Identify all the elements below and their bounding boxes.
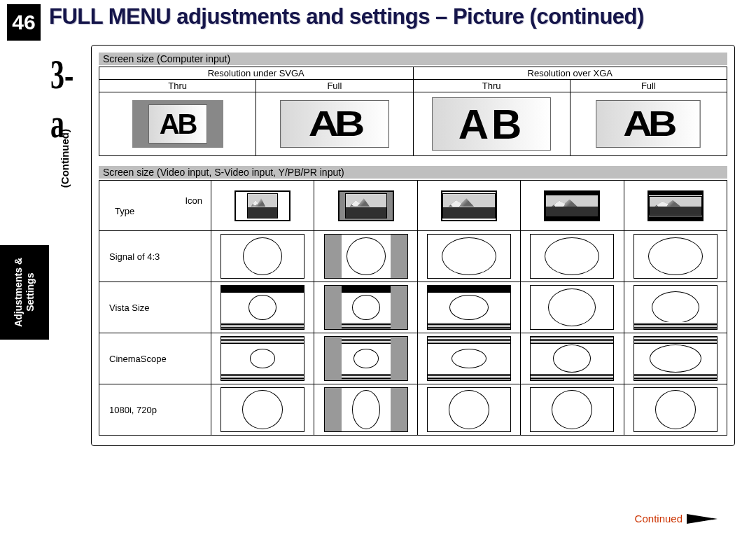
svga-full-cell: AB xyxy=(256,92,413,156)
continued-vertical: (Continued) xyxy=(59,129,71,188)
aspect-icon xyxy=(427,336,511,381)
cell-r1c3 xyxy=(417,231,520,282)
page-number: 46 xyxy=(7,4,41,41)
aspect-icon xyxy=(324,234,408,279)
aspect-icon xyxy=(220,336,304,381)
mode-icon-5 xyxy=(648,190,704,221)
aspect-icon xyxy=(530,234,614,279)
sub-thru-a: Thru xyxy=(99,80,256,92)
computer-input-table: Resolution under SVGA Resolution over XG… xyxy=(99,67,727,156)
cell-r3c3 xyxy=(417,333,520,384)
cell-r2c3 xyxy=(417,282,520,333)
section-tab: 3-a (Continued) xyxy=(49,49,81,161)
computer-input-header: Screen size (Computer input) xyxy=(99,53,727,65)
aspect-icon xyxy=(634,234,718,279)
cell-r3c2 xyxy=(314,333,417,384)
aspect-icon xyxy=(634,387,718,432)
row-vista: Vista Size xyxy=(99,282,211,333)
svga-thru-cell: AB xyxy=(99,92,256,156)
cell-r1c4 xyxy=(521,231,624,282)
cell-r4c5 xyxy=(624,384,727,436)
video-input-header: Screen size (Video input, S-Video input,… xyxy=(99,166,727,179)
svga-thru-icon: AB xyxy=(132,100,223,148)
aspect-icon xyxy=(634,336,718,381)
sub-full-b: Full xyxy=(570,80,727,92)
xga-full-cell: AB xyxy=(570,92,727,156)
aspect-icon xyxy=(530,285,614,330)
aspect-icon xyxy=(220,387,304,432)
side-tab-text: Adjustments & Settings xyxy=(13,258,36,327)
icon-col-1 xyxy=(211,181,314,231)
cell-r4c1 xyxy=(211,384,314,436)
cell-r2c1 xyxy=(211,282,314,333)
aspect-icon xyxy=(324,387,408,432)
ab-text: AB xyxy=(148,104,207,144)
corner-icon-label: Icon xyxy=(185,195,202,206)
xga-full-icon: AB xyxy=(596,100,701,148)
mode-icon-2 xyxy=(338,190,394,221)
cell-r1c2 xyxy=(314,231,417,282)
aspect-icon xyxy=(427,387,511,432)
xga-thru-cell: AB xyxy=(413,92,570,156)
aspect-icon xyxy=(324,285,408,330)
sub-thru-b: Thru xyxy=(413,80,570,92)
aspect-icon xyxy=(220,234,304,279)
cell-r2c2 xyxy=(314,282,417,333)
cell-r3c1 xyxy=(211,333,314,384)
cell-r2c5 xyxy=(624,282,727,333)
cell-r1c1 xyxy=(211,231,314,282)
row-cinemascope: CinemaScope xyxy=(99,333,211,384)
page-title: FULL MENU adjustments and settings – Pic… xyxy=(49,4,644,29)
cell-r3c5 xyxy=(624,333,727,384)
icon-col-5 xyxy=(624,181,727,231)
continued-footer: Continued xyxy=(635,513,718,524)
side-tab: Adjustments & Settings xyxy=(0,245,49,340)
corner-type-label: Type xyxy=(109,206,202,216)
cell-r3c4 xyxy=(521,333,624,384)
col-over-xga: Resolution over XGA xyxy=(413,67,727,80)
col-under-svga: Resolution under SVGA xyxy=(99,67,414,80)
side-tab-line1: Adjustments & xyxy=(13,258,24,327)
cell-r4c2 xyxy=(314,384,417,436)
icon-col-3 xyxy=(417,181,520,231)
sub-full-a: Full xyxy=(256,80,413,92)
aspect-icon xyxy=(634,285,718,330)
video-input-table: Icon Type Signal of 4:3 Vista Size xyxy=(99,180,727,436)
cell-r4c4 xyxy=(521,384,624,436)
cell-r4c3 xyxy=(417,384,520,436)
icon-col-4 xyxy=(521,181,624,231)
icon-col-2 xyxy=(314,181,417,231)
content-frame: Screen size (Computer input) Resolution … xyxy=(91,45,735,446)
aspect-icon xyxy=(324,336,408,381)
corner-cell: Icon Type xyxy=(99,181,211,231)
aspect-icon xyxy=(427,285,511,330)
cell-r2c4 xyxy=(521,282,624,333)
mode-icon-1 xyxy=(234,190,290,221)
continued-text: Continued xyxy=(635,513,682,524)
xga-thru-icon: AB xyxy=(432,97,551,151)
row-signal43: Signal of 4:3 xyxy=(99,231,211,282)
aspect-icon xyxy=(530,336,614,381)
side-tab-line2: Settings xyxy=(24,273,36,312)
mode-icon-4 xyxy=(544,190,600,221)
row-1080i-720p: 1080i, 720p xyxy=(99,384,211,436)
mode-icon-3 xyxy=(441,190,497,221)
aspect-icon xyxy=(427,234,511,279)
arrow-right-icon xyxy=(687,514,718,524)
aspect-icon xyxy=(530,387,614,432)
svga-full-icon: AB xyxy=(280,100,389,148)
aspect-icon xyxy=(220,285,304,330)
cell-r1c5 xyxy=(624,231,727,282)
